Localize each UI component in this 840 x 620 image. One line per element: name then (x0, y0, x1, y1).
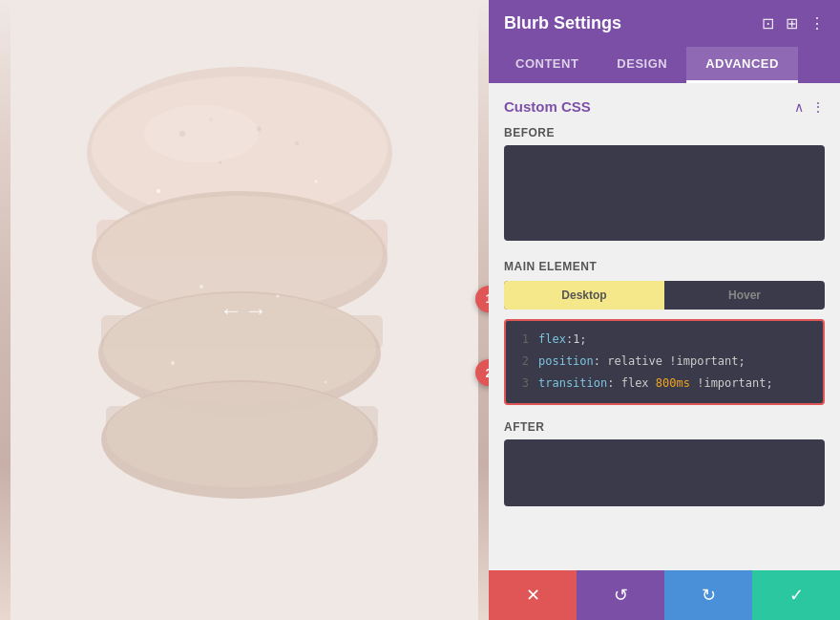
tabs-bar: Content Design Advanced (489, 47, 840, 83)
code-line-3: 3 transition: flex 800ms !important; (517, 374, 811, 393)
collapse-icon[interactable]: ∧ (794, 99, 804, 115)
line-num-3: 3 (517, 374, 529, 393)
panel-header: Blurb Settings ⊡ ⊞ ⋮ (489, 0, 840, 47)
custom-css-title: Custom CSS (504, 98, 591, 115)
svg-point-6 (295, 141, 299, 145)
cancel-icon: ✕ (526, 585, 540, 606)
panel-content: Custom CSS ∧ ⋮ Before Main Element Deskt… (489, 83, 840, 570)
svg-point-20 (277, 295, 280, 298)
svg-point-19 (200, 285, 203, 289)
tab-design[interactable]: Design (598, 47, 686, 83)
desktop-hover-toggle: Desktop Hover (504, 281, 825, 310)
code-line-2: 2 position: relative !important; (517, 353, 811, 371)
code-text-3: transition: flex 800ms !important; (538, 374, 773, 393)
before-label: Before (504, 126, 825, 139)
line-num-1: 1 (517, 331, 529, 349)
code-editor[interactable]: 1 flex:1; 2 position: relative !importan… (504, 319, 825, 405)
code-line-1: 1 flex:1; (517, 331, 811, 349)
image-preview-panel: ←→ 1 2 (0, 0, 489, 620)
more-icon[interactable]: ⋮ (809, 14, 825, 32)
undo-button[interactable]: ↺ (577, 570, 664, 620)
resize-icon[interactable]: ⊡ (762, 14, 774, 32)
svg-point-17 (157, 189, 160, 193)
code-text-2: position: relative !important; (538, 353, 746, 371)
columns-icon[interactable]: ⊞ (786, 14, 798, 32)
save-button[interactable]: ✓ (752, 570, 840, 620)
desktop-tab[interactable]: Desktop (504, 281, 664, 310)
after-textarea[interactable] (504, 439, 825, 506)
redo-button[interactable]: ↻ (664, 570, 752, 620)
main-element-label: Main Element (504, 260, 825, 273)
svg-point-21 (171, 361, 175, 365)
cancel-button[interactable]: ✕ (489, 570, 577, 620)
header-icons: ⊡ ⊞ ⋮ (762, 14, 825, 32)
panel-title: Blurb Settings (504, 13, 621, 33)
section-controls: ∧ ⋮ (794, 99, 825, 115)
after-label: After (504, 420, 825, 434)
tab-content[interactable]: Content (496, 47, 598, 83)
tab-advanced[interactable]: Advanced (686, 47, 798, 83)
undo-icon: ↺ (614, 585, 628, 606)
svg-point-18 (315, 181, 318, 183)
save-icon: ✓ (789, 585, 804, 606)
resize-arrows: ←→ (220, 297, 269, 324)
hover-tab[interactable]: Hover (664, 281, 825, 310)
svg-point-22 (325, 381, 327, 384)
svg-point-7 (220, 161, 222, 164)
svg-point-23 (144, 105, 259, 162)
before-textarea[interactable] (504, 145, 825, 241)
redo-icon: ↻ (702, 585, 716, 606)
settings-panel: Blurb Settings ⊡ ⊞ ⋮ Content Design Adva… (489, 0, 840, 620)
svg-point-16 (106, 382, 373, 487)
custom-css-section-header: Custom CSS ∧ ⋮ (504, 98, 825, 115)
line-num-2: 2 (517, 353, 529, 371)
code-text-1: flex:1; (538, 331, 587, 349)
section-more-icon[interactable]: ⋮ (811, 99, 825, 115)
bottom-toolbar: ✕ ↺ ↻ ✓ (489, 570, 840, 620)
